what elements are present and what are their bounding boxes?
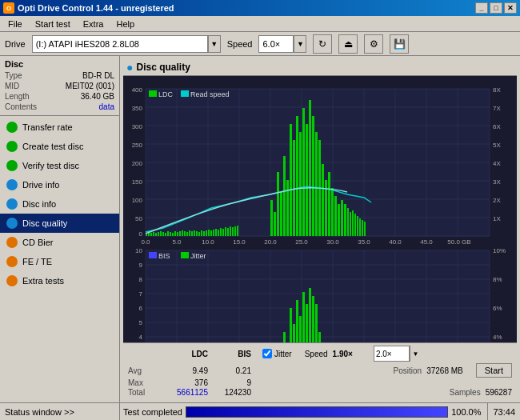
status-time: 73:44 [487, 403, 520, 420]
speed-value[interactable]: 6.0× [258, 35, 294, 53]
sidebar-item-transfer-rate[interactable]: Transfer rate [0, 118, 119, 137]
drive-selector[interactable]: (I:) ATAPI iHES208 2.8L08 ▼ [32, 35, 221, 53]
sidebar-item-create-test-disc[interactable]: Create test disc [0, 137, 119, 156]
panel-icon: ● [126, 61, 133, 74]
jitter-checkbox-group[interactable]: Jitter [262, 349, 292, 358]
svg-rect-82 [210, 230, 212, 236]
svg-rect-110 [322, 164, 324, 236]
speed-dropdown-value[interactable]: 2.0× [374, 346, 410, 362]
svg-rect-86 [220, 228, 222, 236]
drive-label: Drive [5, 39, 26, 49]
sidebar-item-drive-info[interactable]: Drive info [0, 175, 119, 194]
speed-dropdown-group[interactable]: 2.0× ▼ [374, 346, 421, 362]
max-bis: 9 [213, 378, 251, 387]
stats-headers: LDC BIS Jitter Speed 1.90× 2.0× ▼ [128, 346, 512, 362]
start-button[interactable]: Start [476, 363, 512, 378]
svg-text:10.0: 10.0 [202, 238, 214, 246]
svg-rect-85 [218, 230, 219, 236]
fe-te-icon [6, 256, 18, 267]
nav-label-disc-quality: Disc quality [22, 218, 67, 228]
svg-rect-74 [191, 231, 193, 236]
svg-rect-77 [198, 232, 200, 236]
svg-rect-94 [270, 200, 273, 236]
settings-button[interactable]: ⚙ [364, 34, 383, 54]
speed-selector[interactable]: 6.0× ▼ [258, 35, 306, 53]
start-button-group[interactable]: Start [476, 363, 512, 378]
eject-button[interactable]: ⏏ [338, 34, 358, 54]
menu-start-test[interactable]: Start test [30, 18, 75, 30]
maximize-button[interactable]: □ [490, 2, 502, 14]
svg-rect-177 [149, 252, 157, 258]
menu-extra[interactable]: Extra [78, 18, 109, 30]
sidebar: Disc Type BD-R DL MID MEIT02 (001) Lengt… [0, 56, 120, 402]
disc-section: Disc Type BD-R DL MID MEIT02 (001) Lengt… [0, 56, 119, 116]
stats-bar: LDC BIS Jitter Speed 1.90× 2.0× ▼ Avg 9.… [123, 342, 517, 399]
disc-quality-icon [6, 218, 18, 229]
svg-text:5X: 5X [493, 142, 501, 149]
menu-file[interactable]: File [3, 18, 27, 30]
speed-stat-value: 1.90× [333, 350, 353, 358]
avg-label: Avg [128, 366, 162, 375]
svg-text:25.0: 25.0 [295, 238, 308, 246]
titlebar: O Opti Drive Control 1.44 - unregistered… [0, 0, 520, 16]
svg-rect-122 [357, 216, 358, 236]
svg-rect-234 [315, 304, 318, 342]
svg-text:0: 0 [139, 230, 143, 238]
sidebar-item-fe-te[interactable]: FE / TE [0, 252, 119, 271]
sidebar-item-verify-test-disc[interactable]: Verify test disc [0, 156, 119, 175]
svg-rect-97 [280, 192, 282, 236]
close-button[interactable]: ✕ [504, 2, 517, 14]
disc-row-mid: MID MEIT02 (001) [5, 81, 114, 91]
refresh-button[interactable]: ↻ [313, 34, 332, 54]
svg-rect-93 [237, 226, 238, 236]
svg-rect-112 [328, 172, 330, 236]
minimize-button[interactable]: _ [475, 2, 488, 14]
sidebar-item-disc-quality[interactable]: Disc quality [0, 214, 119, 233]
titlebar-buttons[interactable]: _ □ ✕ [475, 2, 517, 14]
svg-rect-114 [334, 196, 337, 236]
samples-label: Samples [450, 388, 481, 397]
svg-rect-67 [174, 231, 176, 236]
jitter-checkbox[interactable] [262, 349, 272, 358]
drive-value[interactable]: (I:) ATAPI iHES208 2.8L08 [32, 35, 208, 53]
verify-test-disc-icon [6, 160, 18, 171]
status-window-label: Status window >> [5, 407, 74, 417]
svg-text:35.0: 35.0 [358, 238, 370, 246]
svg-text:50: 50 [135, 215, 142, 222]
speed-dropdown-btn[interactable]: ▼ [410, 346, 421, 362]
disc-row-length: Length 36.40 GB [5, 91, 114, 102]
svg-rect-53 [181, 90, 189, 97]
svg-rect-233 [312, 296, 314, 342]
svg-text:10%: 10% [493, 247, 506, 254]
svg-rect-106 [309, 100, 311, 236]
svg-rect-80 [206, 230, 207, 236]
svg-text:5: 5 [139, 319, 143, 326]
time-value: 73:44 [493, 407, 515, 417]
svg-text:45.0: 45.0 [420, 238, 433, 246]
menu-help[interactable]: Help [111, 18, 139, 30]
svg-rect-70 [182, 230, 183, 236]
svg-rect-125 [364, 222, 366, 236]
drive-dropdown-arrow[interactable]: ▼ [208, 35, 221, 53]
svg-rect-235 [318, 332, 321, 342]
svg-rect-117 [344, 204, 346, 236]
svg-rect-66 [172, 233, 174, 236]
svg-text:BIS: BIS [158, 252, 170, 260]
status-window-button[interactable]: Status window >> [0, 403, 120, 420]
sidebar-item-extra-tests[interactable]: Extra tests [0, 271, 119, 290]
svg-text:8X: 8X [493, 86, 501, 94]
svg-rect-227 [293, 324, 295, 342]
svg-text:200: 200 [132, 160, 143, 167]
sidebar-item-disc-info[interactable]: Disc info [0, 194, 119, 214]
svg-rect-83 [213, 230, 214, 236]
bis-header: BIS [213, 350, 251, 358]
svg-rect-68 [177, 232, 178, 236]
max-label: Max [128, 378, 162, 387]
app-icon: O [3, 2, 14, 14]
save-button[interactable]: 💾 [390, 34, 409, 54]
speed-dropdown-arrow[interactable]: ▼ [294, 35, 306, 53]
svg-text:250: 250 [132, 142, 143, 149]
svg-text:300: 300 [132, 123, 143, 130]
sidebar-item-cd-bier[interactable]: CD Bier [0, 233, 119, 252]
svg-rect-69 [179, 231, 181, 236]
